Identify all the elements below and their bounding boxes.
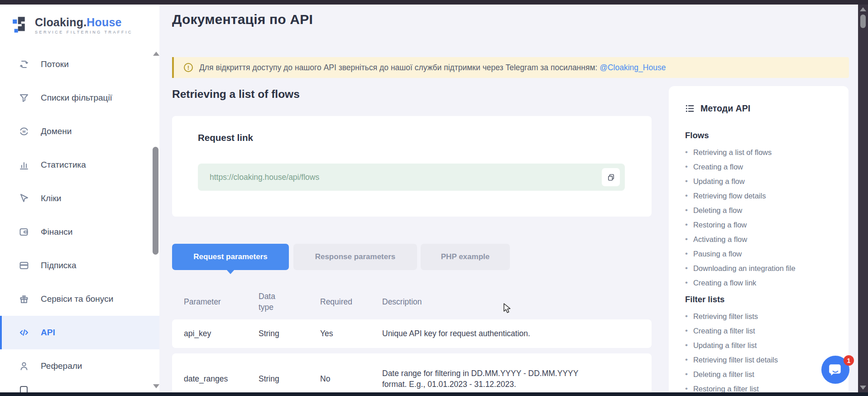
active-tab-pointer xyxy=(226,270,235,274)
clicks-icon xyxy=(19,193,29,204)
methods-section-filter-lists: Filter lists xyxy=(685,295,849,304)
sidebar-item-api[interactable]: API xyxy=(0,316,159,349)
tab-response-parameters[interactable]: Response parameters xyxy=(293,244,417,270)
sidebar-item-label: API xyxy=(41,328,55,338)
table-header-row: Parameter Data type Required Description xyxy=(172,285,652,318)
request-url-field[interactable]: https://cloaking.house/api/flows xyxy=(198,164,625,191)
filter-lists-method-list: •Retrieving filter lists •Creating a fil… xyxy=(685,309,849,396)
method-link[interactable]: •Downloading an integration file xyxy=(685,261,849,275)
method-link[interactable]: •Deleting a flow xyxy=(685,203,849,217)
request-link-card: Request link https://cloaking.house/api/… xyxy=(172,116,652,217)
request-link-title: Request link xyxy=(198,132,253,143)
sidebar-scroll-down-arrow-icon[interactable] xyxy=(153,384,159,388)
column-header-description: Description xyxy=(382,297,652,307)
warning-icon: ! xyxy=(184,63,193,72)
method-link[interactable]: •Retrieving filter lists xyxy=(685,309,849,324)
logo[interactable]: Cloaking.House SERVICE FILTERING TRAFFIC xyxy=(0,5,159,35)
chat-bubble-icon xyxy=(828,362,843,377)
sidebar-item-subscription[interactable]: Підписка xyxy=(0,249,159,282)
finances-icon xyxy=(19,227,29,237)
methods-section-flows: Flows xyxy=(685,130,849,140)
method-link[interactable]: •Updating a filter list xyxy=(685,338,849,353)
table-row: api_key String Yes Unique API key for re… xyxy=(172,319,652,348)
method-link[interactable]: •Retrieving flow details xyxy=(685,188,849,203)
cell-required: Yes xyxy=(320,329,382,338)
window-scrollbar-thumb[interactable] xyxy=(860,14,866,28)
sidebar-item-label: Фінанси xyxy=(41,227,72,237)
cell-parameter: date_ranges xyxy=(184,374,259,384)
window-scrollbar[interactable] xyxy=(858,5,868,392)
tab-php-example[interactable]: PHP example xyxy=(421,244,510,270)
svg-text:w: w xyxy=(22,129,26,134)
sidebar-scrollbar-thumb[interactable] xyxy=(153,147,158,255)
gift-icon xyxy=(19,294,29,304)
method-link[interactable]: •Retrieving a list of flows xyxy=(685,145,849,159)
api-methods-panel: Методи API Flows •Retrieving a list of f… xyxy=(669,86,849,396)
info-banner: ! Для відкриття доступу до нашого API зв… xyxy=(172,57,849,78)
copy-button[interactable] xyxy=(602,168,620,186)
statistics-icon xyxy=(19,159,29,170)
sidebar-item-referrals[interactable]: Реферали xyxy=(0,349,159,383)
filter-icon xyxy=(19,92,29,103)
sidebar-item-label: Реферали xyxy=(41,361,82,371)
sidebar-item-label: Потоки xyxy=(41,59,69,69)
sidebar-item-services-bonuses[interactable]: Сервіси та бонуси xyxy=(0,282,159,316)
method-link[interactable]: •Creating a filter list xyxy=(685,324,849,338)
sidebar-item-label: Підписка xyxy=(41,261,77,270)
sidebar-item-statistics[interactable]: Статистика xyxy=(0,148,159,182)
method-link[interactable]: •Updating a flow xyxy=(685,174,849,188)
cell-data-type: String xyxy=(259,329,320,338)
copy-icon xyxy=(607,174,615,181)
cell-description: Date range for filtering in DD.MM.YYYY -… xyxy=(382,368,586,390)
list-icon xyxy=(685,104,695,113)
cloaking-house-logo-icon xyxy=(12,16,29,35)
api-methods-title: Методи API xyxy=(700,103,750,114)
cell-parameter: api_key xyxy=(184,329,259,338)
scroll-up-arrow-icon[interactable] xyxy=(860,7,866,11)
sidebar-nav: Потоки Списки фільтрації w Домени xyxy=(0,48,159,383)
sidebar-item-flows[interactable]: Потоки xyxy=(0,48,159,81)
sidebar: Cloaking.House SERVICE FILTERING TRAFFIC… xyxy=(0,5,159,392)
method-link[interactable]: •Creating a flow link xyxy=(685,275,849,290)
flows-method-list: •Retrieving a list of flows •Creating a … xyxy=(685,145,849,290)
cell-description: Unique API key for request authenticatio… xyxy=(382,328,586,339)
table-row: date_ranges String No Date range for fil… xyxy=(172,353,652,392)
api-methods-header: Методи API xyxy=(685,102,849,114)
method-link[interactable]: •Activating a flow xyxy=(685,232,849,246)
method-link[interactable]: •Pausing a flow xyxy=(685,246,849,261)
domains-icon: w xyxy=(19,126,29,137)
sidebar-item-label: Домени xyxy=(41,126,72,136)
window-bottom-edge xyxy=(0,392,868,396)
chat-notification-badge: 1 xyxy=(844,355,854,366)
sidebar-item-finances[interactable]: Фінанси xyxy=(0,215,159,249)
scroll-down-arrow-icon[interactable] xyxy=(860,386,866,390)
method-link[interactable]: •Creating a flow xyxy=(685,159,849,174)
sidebar-scroll-up-arrow-icon[interactable] xyxy=(153,52,159,56)
person-icon xyxy=(19,361,29,372)
brand-name: Cloaking.House xyxy=(35,16,122,29)
section-title: Retrieving a list of flows xyxy=(172,88,300,101)
column-header-parameter: Parameter xyxy=(184,297,259,307)
cell-required: No xyxy=(320,374,382,384)
column-header-required: Required xyxy=(320,297,382,307)
sidebar-item-label: Сервіси та бонуси xyxy=(41,294,113,304)
tab-request-parameters[interactable]: Request parameters xyxy=(172,244,289,270)
brand-tagline: SERVICE FILTERING TRAFFIC xyxy=(35,30,133,34)
banner-text: Для відкриття доступу до нашого API звер… xyxy=(199,63,666,72)
api-code-icon xyxy=(19,327,29,338)
sidebar-item-label: Списки фільтрації xyxy=(41,93,112,103)
sidebar-item-partial-icon xyxy=(20,386,28,392)
sidebar-item-clicks[interactable]: Кліки xyxy=(0,182,159,215)
credit-card-icon xyxy=(19,260,29,271)
sidebar-item-domains[interactable]: w Домени xyxy=(0,115,159,148)
window-top-edge xyxy=(0,0,868,5)
column-header-data-type: Data type xyxy=(259,291,282,313)
request-url-value: https://cloaking.house/api/flows xyxy=(198,173,319,182)
telegram-link[interactable]: @Cloaking_House xyxy=(599,63,666,72)
page-title: Документація по API xyxy=(172,12,313,27)
method-link[interactable]: •Restoring a flow xyxy=(685,217,849,232)
cell-data-type: String xyxy=(259,374,320,384)
sidebar-item-label: Кліки xyxy=(41,193,61,203)
sidebar-item-label: Статистика xyxy=(41,160,86,170)
sidebar-item-filter-lists[interactable]: Списки фільтрації xyxy=(0,81,159,115)
